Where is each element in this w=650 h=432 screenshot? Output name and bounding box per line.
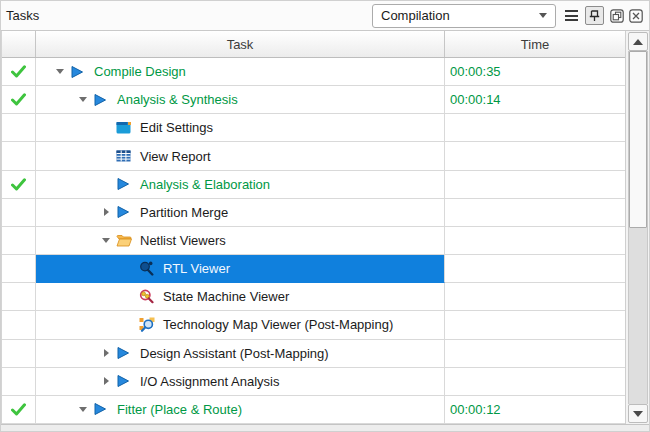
status-cell [2,283,36,311]
panel-titlebar: Tasks Compilation [1,1,649,31]
task-cell[interactable]: Design Assistant (Post-Mapping) [36,340,445,368]
task-cell[interactable]: I/O Assignment Analysis [36,368,445,396]
task-label: State Machine Viewer [161,289,289,304]
pin-button[interactable] [585,6,604,25]
task-row[interactable]: Edit Settings [2,114,625,142]
task-table: Task Time Compile Design00:00:35Analysis… [1,31,625,424]
table-header: Task Time [2,31,625,58]
task-row[interactable]: Design Assistant (Post-Mapping) [2,340,625,368]
play-icon [116,346,138,360]
tasks-panel: Tasks Compilation [0,0,650,432]
state-machine-viewer-icon [139,289,161,304]
pin-icon [589,10,600,22]
time-cell: 00:00:12 [445,396,625,424]
task-row-selected[interactable]: RTL Viewer [2,255,625,283]
task-cell[interactable]: Analysis & Synthesis [36,86,445,114]
time-cell [445,255,625,283]
menu-icon[interactable] [565,10,578,21]
time-cell [445,340,625,368]
panel-main: Task Time Compile Design00:00:35Analysis… [1,31,649,424]
expand-arrow-icon[interactable] [96,208,116,216]
task-label: Analysis & Synthesis [115,92,238,107]
time-cell [445,227,625,255]
status-cell [2,340,36,368]
time-cell [445,311,625,339]
time-column-header[interactable]: Time [445,31,625,57]
chevron-down-icon [539,13,547,18]
arrow-down-icon [633,411,643,417]
panel-title: Tasks [6,8,39,23]
time-cell [445,283,625,311]
view-report-icon [116,150,138,162]
time-cell: 00:00:14 [445,86,625,114]
expand-arrow-icon[interactable] [96,377,116,385]
task-row[interactable]: Analysis & Synthesis00:00:14 [2,86,625,114]
collapse-arrow-icon[interactable] [50,69,70,74]
status-cell [2,114,36,142]
task-cell[interactable]: State Machine Viewer [36,283,445,311]
collapse-arrow-icon[interactable] [73,97,93,102]
time-cell [445,142,625,170]
collapse-arrow-icon[interactable] [96,238,116,243]
scroll-up-button[interactable] [628,32,648,51]
task-cell[interactable]: RTL Viewer [36,255,445,283]
status-column-header[interactable] [2,31,36,57]
task-label: I/O Assignment Analysis [138,374,279,389]
time-cell [445,171,625,199]
task-label: Fitter (Place & Route) [115,402,242,417]
scrollbar-thumb[interactable] [629,51,647,228]
task-row[interactable]: View Report [2,142,625,170]
status-cell [2,311,36,339]
play-icon [116,177,138,191]
check-icon [11,403,26,416]
status-cell [2,368,36,396]
task-label: Analysis & Elaboration [138,177,270,192]
restore-icon [610,9,624,23]
status-cell [2,227,36,255]
status-cell-complete [2,86,36,114]
check-icon [11,93,26,106]
scrollbar-track[interactable] [628,51,648,404]
task-label: RTL Viewer [161,261,230,276]
task-row[interactable]: I/O Assignment Analysis [2,368,625,396]
collapse-arrow-icon[interactable] [73,407,93,412]
task-cell[interactable]: Technology Map Viewer (Post-Mapping) [36,311,445,339]
time-cell [445,199,625,227]
status-cell-complete [2,58,36,86]
scroll-down-button[interactable] [628,404,648,423]
arrow-up-icon [633,39,643,45]
status-cell-complete [2,396,36,424]
task-cell[interactable]: Analysis & Elaboration [36,171,445,199]
task-row[interactable]: Netlist Viewers [2,227,625,255]
task-row[interactable]: Partition Merge [2,199,625,227]
expand-arrow-icon[interactable] [96,349,116,357]
close-button[interactable] [628,8,643,23]
task-cell[interactable]: Netlist Viewers [36,227,445,255]
task-cell[interactable]: Fitter (Place & Route) [36,396,445,424]
time-cell: 00:00:35 [445,58,625,86]
task-cell[interactable]: Partition Merge [36,199,445,227]
task-row[interactable]: State Machine Viewer [2,283,625,311]
task-row[interactable]: Fitter (Place & Route)00:00:12 [2,396,625,424]
check-icon [11,178,26,191]
play-icon [116,374,138,388]
task-row[interactable]: Compile Design00:00:35 [2,58,625,86]
task-row[interactable]: Analysis & Elaboration [2,171,625,199]
vertical-scrollbar[interactable] [625,31,650,424]
task-label: Design Assistant (Post-Mapping) [138,346,329,361]
status-cell-complete [2,171,36,199]
play-icon [116,205,138,219]
task-cell[interactable]: Compile Design [36,58,445,86]
time-cell [445,368,625,396]
edit-settings-icon [116,121,138,134]
flow-select-value: Compilation [381,8,539,23]
task-cell[interactable]: Edit Settings [36,114,445,142]
restore-button[interactable] [609,8,624,23]
task-column-header[interactable]: Task [36,31,445,57]
task-label: Technology Map Viewer (Post-Mapping) [161,317,393,332]
task-label: Compile Design [92,64,186,79]
task-cell[interactable]: View Report [36,142,445,170]
close-icon [629,9,643,23]
flow-select-dropdown[interactable]: Compilation [372,4,556,28]
task-row[interactable]: Technology Map Viewer (Post-Mapping) [2,311,625,339]
